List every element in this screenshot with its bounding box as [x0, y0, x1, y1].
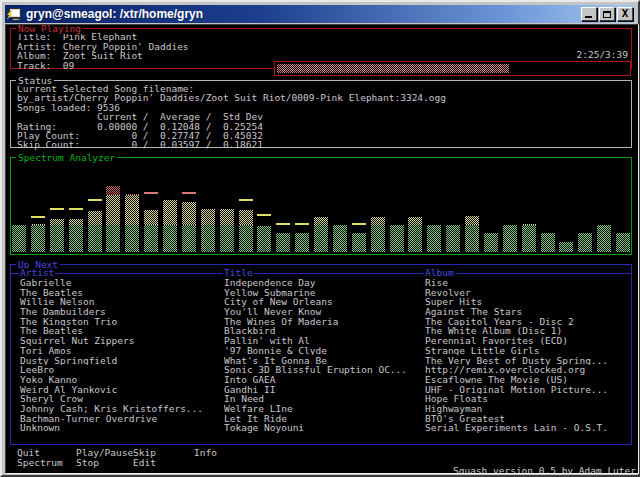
title-cell: You'll Never Know [224, 307, 422, 317]
progress-bar[interactable] [274, 61, 631, 76]
title-cell: Let It Ride [224, 414, 422, 424]
artist-cell: Weird Al Yankovic [20, 385, 220, 395]
spectrum-bar [314, 159, 328, 252]
up-next-section: Up Next Artist Title Album GabrielleInde… [10, 264, 632, 445]
menu-item-stop[interactable]: Stop [76, 458, 99, 468]
artist-cell: Bachman-Turner Overdrive [20, 414, 220, 424]
title-cell: Gandhi II [224, 385, 422, 395]
spectrum-bar [31, 159, 45, 252]
spectrum-bar [484, 159, 498, 252]
up-next-row[interactable]: The Kingston TrioThe Wines Of MaderiaThe… [11, 317, 630, 327]
up-next-row[interactable]: Dusty SpringfieldWhat's It Gonna BeThe V… [11, 356, 630, 366]
album-cell: Against The Stars [425, 307, 631, 317]
up-next-row[interactable]: LeeBroSonic 3D Blissful Eruption OC...ht… [11, 365, 630, 375]
spectrum-bar [446, 159, 460, 252]
album-cell: The Very Best of Dusty Spring... [425, 356, 631, 366]
spectrum-peak-mark [88, 199, 102, 201]
up-next-row[interactable]: The BeatlesBlackbirdThe White Album (Dis… [11, 326, 630, 336]
spectrum-bar [12, 159, 26, 252]
up-next-row[interactable]: Johnny Cash; Kris Kristoffers...Welfare … [11, 404, 630, 414]
spectrum-bar [541, 159, 555, 252]
album-cell: Strange Little Girls [425, 346, 631, 356]
title-cell: Into GAEA [224, 375, 422, 385]
spectrum-peak-mark [295, 223, 309, 225]
spectrum-peak-mark [182, 192, 196, 194]
spectrum-bar [239, 159, 253, 252]
artist-cell: Dusty Springfield [20, 356, 220, 366]
artist-cell: The Kingston Trio [20, 317, 220, 327]
title-cell: Yellow Submarine [224, 288, 422, 298]
artist-cell: Tori Amos [20, 346, 220, 356]
album-cell: The Capitol Years - Disc 2 [425, 317, 631, 327]
status-section-title: Status [16, 76, 54, 86]
spectrum-bars [12, 159, 630, 252]
up-next-list: GabrielleIndependence DayRiseThe Beatles… [11, 278, 630, 433]
up-next-row[interactable]: GabrielleIndependence DayRise [11, 278, 630, 288]
title-cell: In Need [224, 394, 422, 404]
spectrum-bar [578, 159, 592, 252]
artist-cell: Willie Nelson [20, 297, 220, 307]
spectrum-peak-mark [50, 208, 64, 210]
spectrum-bar [427, 159, 441, 252]
up-next-row[interactable]: UnknownTokage NoyouniSerial Experiments … [11, 423, 630, 433]
menu-item-spectrum[interactable]: Spectrum [17, 458, 63, 468]
spectrum-peak-mark [69, 208, 83, 210]
album-cell: The White Album (Disc 1) [425, 326, 631, 336]
album-cell: Rise [425, 278, 631, 288]
up-next-row[interactable]: Yoko KannoInto GAEAEscaflowne The Movie … [11, 375, 630, 385]
spectrum-bar [88, 159, 102, 252]
title-cell: Tokage Noyouni [224, 423, 422, 433]
album-cell: Super Hits [425, 297, 631, 307]
up-next-row[interactable]: Tori Amos'97 Bonnie & ClydeStrange Littl… [11, 346, 630, 356]
album-cell: http://remix.overclocked.org [425, 365, 631, 375]
album-cell: UHF - Original Motion Picture... [425, 385, 631, 395]
title-cell: Pallin' with Al [224, 336, 422, 346]
progress-fill [277, 64, 509, 73]
spectrum-bar [503, 159, 517, 252]
spectrum-bar [201, 159, 215, 252]
spectrum-bar [69, 159, 83, 252]
spectrum-bar [163, 159, 177, 252]
album-cell: Perennial Favorites (ECD) [425, 336, 631, 346]
spectrum-bar [144, 159, 158, 252]
stats-row: Skip Count: 0 / 0.03597 / 0.18621 [17, 140, 631, 149]
maximize-icon [603, 11, 611, 18]
album-cell: Highwayman [425, 404, 631, 414]
spectrum-bar [522, 159, 536, 252]
maximize-button[interactable] [599, 7, 615, 21]
spectrum-bar [333, 159, 347, 252]
spectrum-bar [182, 159, 196, 252]
title-cell: Independence Day [224, 278, 422, 288]
status-lines: Current Selected Song filename:by_artist… [11, 81, 631, 150]
close-button[interactable]: X [617, 7, 633, 21]
up-next-row[interactable]: Squirrel Nut ZippersPallin' with AlPeren… [11, 336, 630, 346]
terminal-window: gryn@smeagol: /xtr/home/gryn X Now Playi… [0, 0, 640, 477]
spectrum-bar [390, 159, 404, 252]
title-cell: '97 Bonnie & Clyde [224, 346, 422, 356]
spectrum-bar [257, 159, 271, 252]
title-cell: Blackbird [224, 326, 422, 336]
up-next-row[interactable]: The BeatlesYellow SubmarineRevolver [11, 288, 630, 298]
up-next-row[interactable]: Weird Al YankovicGandhi IIUHF - Original… [11, 385, 630, 395]
titlebar[interactable]: gryn@smeagol: /xtr/home/gryn X [5, 5, 635, 23]
title-cell: What's It Gonna Be [224, 356, 422, 366]
up-next-row[interactable]: The DambuildersYou'll Never KnowAgainst … [11, 307, 630, 317]
spectrum-bar [371, 159, 385, 252]
album-cell: Revolver [425, 288, 631, 298]
artist-cell: Unknown [20, 423, 220, 433]
spectrum-bar [597, 159, 611, 252]
menu-item-edit[interactable]: Edit [133, 458, 156, 468]
up-next-row[interactable]: Sheryl CrowIn NeedHope Floats [11, 394, 630, 404]
artist-cell: Sheryl Crow [20, 394, 220, 404]
up-next-row[interactable]: Bachman-Turner OverdriveLet It RideBTO's… [11, 414, 630, 424]
minimize-button[interactable] [581, 7, 597, 21]
album-cell: Hope Floats [425, 394, 631, 404]
terminal-screen: Now Playing Title: Pink ElephantArtist: … [5, 24, 639, 474]
album-cell: Serial Experiments Lain - O.S.T. [425, 423, 631, 433]
menu-item-info[interactable]: Info [194, 448, 217, 458]
artist-cell: The Beatles [20, 326, 220, 336]
minimize-icon [585, 16, 592, 18]
up-next-row[interactable]: Willie NelsonCity of New OrleansSuper Hi… [11, 297, 630, 307]
spectrum-bar [616, 159, 630, 252]
album-cell: BTO's Greatest [425, 414, 631, 424]
